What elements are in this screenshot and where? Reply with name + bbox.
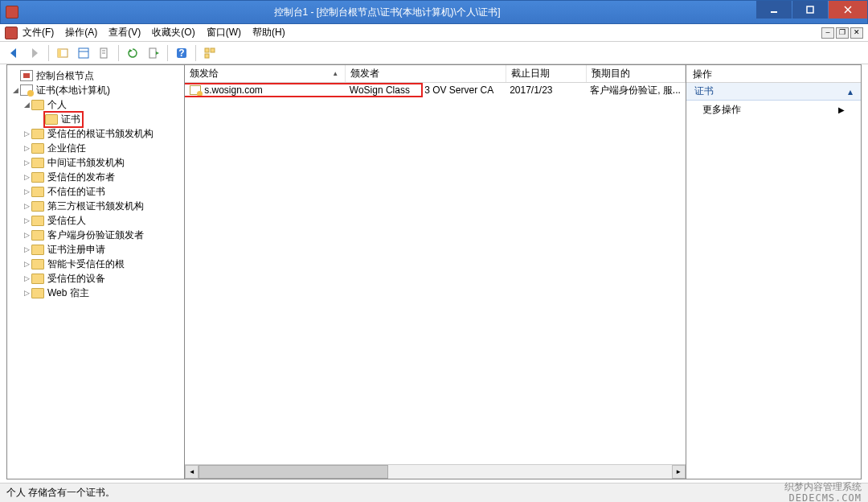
tree-item[interactable]: ▷客户端身份验证颁发者	[10, 228, 184, 242]
svg-rect-14	[149, 48, 156, 58]
horizontal-scrollbar[interactable]: ◄ ►	[185, 464, 686, 479]
refresh-button[interactable]	[124, 44, 141, 62]
svg-rect-7	[58, 49, 61, 57]
sort-ascending-icon: ▲	[332, 70, 338, 77]
properties-button[interactable]	[75, 44, 92, 62]
toolbar-separator	[118, 45, 119, 61]
minimize-button[interactable]	[756, 1, 792, 19]
show-hide-tree-button[interactable]	[54, 44, 72, 62]
titlebar: 控制台1 - [控制台根节点\证书(本地计算机)\个人\证书]	[0, 0, 868, 24]
app-icon	[6, 6, 18, 19]
scroll-left-button[interactable]: ◄	[185, 465, 199, 479]
collapse-icon[interactable]: ◢	[22, 101, 31, 109]
action-pane-header: 操作	[686, 65, 861, 83]
tree-item[interactable]: ▷智能卡受信任的根	[10, 257, 184, 271]
mdi-window-controls: – ❐ ✕	[821, 27, 863, 39]
expand-icon[interactable]: ▷	[22, 216, 31, 224]
scroll-right-button[interactable]: ►	[672, 465, 686, 479]
mdi-restore-button[interactable]: ❐	[836, 27, 849, 39]
tree-item[interactable]: ▷受信任的根证书颁发机构	[10, 126, 184, 141]
column-issued-by[interactable]: 颁发者	[346, 65, 506, 82]
export-button[interactable]	[145, 44, 162, 62]
folder-icon	[31, 172, 44, 183]
expand-icon[interactable]: ▷	[22, 274, 31, 282]
toolbar-separator	[48, 45, 49, 61]
expand-icon[interactable]: ▷	[22, 260, 31, 268]
folder-icon	[31, 259, 44, 270]
action-more[interactable]: 更多操作 ▶	[686, 101, 861, 118]
expand-icon[interactable]: ▷	[22, 144, 31, 152]
mdi-minimize-button[interactable]: –	[821, 27, 834, 39]
toolbar-separator	[195, 45, 196, 61]
tree-label: 证书	[61, 113, 80, 126]
tree-root[interactable]: 控制台根节点	[10, 68, 184, 83]
action-title[interactable]: 证书 ▴	[686, 83, 861, 101]
back-button[interactable]	[5, 44, 23, 62]
tree-item[interactable]: ▷受信任人	[10, 213, 184, 228]
tree-cert-store[interactable]: ◢ 证书(本地计算机)	[10, 83, 184, 97]
column-expiry[interactable]: 截止日期	[506, 65, 587, 82]
list-header: 颁发给 ▲ 颁发者 截止日期 预期目的	[185, 65, 686, 83]
list-row[interactable]: s.wosign.com WoSign Class 3 OV Server CA…	[185, 83, 686, 97]
cell-expiry: 2017/1/23	[505, 84, 585, 96]
tree-item[interactable]: ▷企业信任	[10, 141, 184, 155]
tree-item[interactable]: ▷不信任的证书	[10, 184, 184, 199]
tree-item[interactable]: ▷中间证书颁发机构	[10, 155, 184, 170]
menu-favorites[interactable]: 收藏夹(O)	[152, 26, 194, 39]
expand-icon[interactable]: ▷	[22, 202, 31, 210]
status-text: 个人 存储含有一个证书。	[6, 486, 115, 500]
menu-action[interactable]: 操作(A)	[65, 26, 97, 39]
tree-item[interactable]: ▷证书注册申请	[10, 242, 184, 257]
collapse-icon[interactable]: ◢	[10, 86, 20, 94]
tree-item[interactable]: ▷第三方根证书颁发机构	[10, 199, 184, 213]
tree-label: 证书(本地计算机)	[36, 84, 110, 97]
svg-marker-5	[32, 48, 38, 58]
folder-icon	[31, 143, 44, 154]
folder-icon	[31, 100, 44, 110]
maximize-button[interactable]	[792, 1, 828, 19]
menu-file[interactable]: 文件(F)	[23, 26, 54, 39]
forward-button[interactable]	[26, 44, 43, 62]
expand-icon[interactable]: ▷	[22, 231, 31, 239]
svg-text:?: ?	[178, 47, 184, 59]
folder-icon	[31, 129, 44, 139]
tree-certificates[interactable]: 证书	[10, 112, 184, 126]
scrollbar-thumb[interactable]	[199, 465, 387, 479]
tree-label: 第三方根证书颁发机构	[47, 200, 144, 213]
tree-pane[interactable]: 控制台根节点 ◢ 证书(本地计算机) ◢ 个人 证书 ▷受信任的根证书颁发机构 …	[7, 65, 185, 479]
list-body[interactable]: s.wosign.com WoSign Class 3 OV Server CA…	[185, 83, 686, 464]
menu-help[interactable]: 帮助(H)	[252, 26, 285, 39]
folder-icon	[45, 114, 58, 125]
view-options-button[interactable]	[201, 44, 219, 62]
expand-icon[interactable]: ▷	[22, 245, 31, 253]
export-list-button[interactable]	[96, 44, 113, 62]
column-issued-to[interactable]: 颁发给 ▲	[185, 65, 346, 82]
tree-item[interactable]: ▷受信任的设备	[10, 271, 184, 286]
expand-icon[interactable]: ▷	[22, 187, 31, 195]
column-label: 颁发给	[190, 67, 219, 80]
folder-icon	[31, 274, 44, 284]
menu-window[interactable]: 窗口(W)	[207, 26, 241, 39]
mdi-close-button[interactable]: ✕	[850, 27, 863, 39]
tree-item[interactable]: ▷Web 宿主	[10, 286, 184, 300]
folder-icon	[31, 230, 44, 241]
tree-label: 证书注册申请	[47, 243, 105, 257]
close-button[interactable]	[829, 1, 867, 19]
column-label: 预期目的	[592, 67, 630, 80]
cell-issued-to: s.wosign.com	[204, 84, 263, 96]
expand-icon[interactable]: ▷	[22, 173, 31, 181]
menu-view[interactable]: 查看(V)	[108, 26, 141, 39]
expand-icon[interactable]: ▷	[22, 158, 31, 167]
scrollbar-track[interactable]	[199, 465, 672, 479]
column-purpose[interactable]: 预期目的	[587, 65, 686, 82]
collapse-icon[interactable]: ▴	[848, 86, 853, 97]
help-button[interactable]: ?	[173, 44, 190, 62]
expand-icon[interactable]: ▷	[22, 130, 31, 138]
expand-icon[interactable]: ▷	[22, 289, 31, 297]
window-controls	[755, 1, 867, 23]
cert-store-icon	[20, 84, 33, 96]
tree-item[interactable]: ▷受信任的发布者	[10, 170, 184, 184]
tree-personal[interactable]: ◢ 个人	[10, 97, 184, 112]
svg-rect-1	[807, 6, 813, 13]
statusbar: 个人 存储含有一个证书。 织梦内容管理系统 DEDECMS.COM	[0, 483, 868, 502]
